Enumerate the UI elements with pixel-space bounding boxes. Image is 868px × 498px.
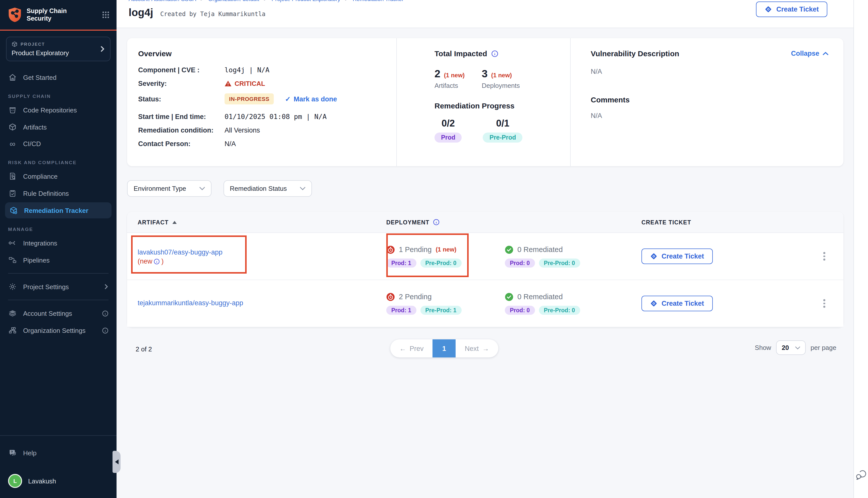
vulnerability-description-value: N/A xyxy=(591,68,828,75)
create-ticket-button-row[interactable]: Create Ticket xyxy=(642,249,713,264)
artifact-link[interactable]: tejakummarikuntla/easy-buggy-app xyxy=(138,299,243,309)
sidebar-item-get-started[interactable]: Get Started xyxy=(0,69,117,86)
remediation-status-filter[interactable]: Remediation Status xyxy=(223,180,312,197)
impact-column: Total Impacted 2 (1 new) Artifa xyxy=(396,38,570,166)
pagination: 2 of 2 ← Prev 1 Next → Show 20 xyxy=(127,339,843,362)
pending-icon xyxy=(386,292,395,301)
sidebar-item-help[interactable]: ? Help xyxy=(0,445,117,461)
create-ticket-button-row[interactable]: Create Ticket xyxy=(642,296,713,311)
remediated-cell: 0 Remediated Prod: 0 Pre-Prod: 0 xyxy=(505,245,642,267)
project-selector[interactable]: PROJECT Product Exploratory xyxy=(6,37,111,61)
chevron-down-icon xyxy=(795,346,800,349)
jira-diamond-icon xyxy=(650,252,658,260)
contact-label: Contact Person: xyxy=(138,140,218,148)
sidebar-collapse-handle[interactable] xyxy=(113,451,120,473)
sidebar-nav: Get Started SUPPLY CHAIN </> Code Reposi… xyxy=(0,69,117,338)
current-page-button[interactable]: 1 xyxy=(433,339,456,357)
brand-accent-rule xyxy=(0,30,117,31)
sidebar-item-integrations[interactable]: Integrations xyxy=(0,235,117,251)
project-name: Product Exploratory xyxy=(12,49,101,57)
remediated-count: 0 Remediated xyxy=(517,246,563,253)
page-title: log4j xyxy=(129,6,153,18)
preprod-progress-value: 0/1 xyxy=(496,118,509,129)
breadcrumb-project[interactable]: Project: Product Exploratory xyxy=(272,0,340,2)
details-column: Vulnerability Description Collapse N/A C… xyxy=(570,38,843,166)
deployments-count: 3 xyxy=(482,68,488,80)
table-row: tejakummarikuntla/easy-buggy-app xyxy=(127,280,843,327)
time-label: Start time | End time: xyxy=(138,113,218,120)
chevron-up-icon xyxy=(823,52,828,55)
info-icon[interactable] xyxy=(154,258,160,264)
svg-text:?: ? xyxy=(11,450,13,454)
preprod-count-badge: Pre-Prod: 0 xyxy=(420,258,462,267)
remediated-check-icon xyxy=(505,245,513,254)
environment-type-filter[interactable]: Environment Type xyxy=(127,180,211,197)
pending-icon xyxy=(386,245,395,254)
artifacts-count: 2 xyxy=(435,68,440,80)
support-chat-icon[interactable] xyxy=(855,469,867,481)
sidebar-item-compliance[interactable]: Compliance xyxy=(0,168,117,184)
status-badge: IN-PROGRESS xyxy=(224,93,274,104)
breadcrumb-separator: > xyxy=(264,0,267,2)
shield-logo-icon xyxy=(8,7,22,23)
info-icon[interactable] xyxy=(433,219,440,225)
nav-section-supply-chain: SUPPLY CHAIN xyxy=(0,86,117,101)
sidebar-item-cicd[interactable]: ∞ CI/CD xyxy=(0,136,117,152)
table-row: lavakush07/easy-buggy-app (new ) xyxy=(127,233,843,280)
prev-page-button[interactable]: ← Prev xyxy=(390,339,433,357)
comments-heading: Comments xyxy=(591,95,828,104)
artifacts-label: Artifacts xyxy=(435,82,465,89)
table-header-row: ARTIFACT DEPLOYMENT CREATE TICKET xyxy=(127,212,843,233)
comments-value: N/A xyxy=(591,112,828,119)
integrations-icon xyxy=(8,239,17,247)
info-icon[interactable] xyxy=(491,50,498,57)
chevron-right-icon xyxy=(104,284,108,290)
show-label: Show xyxy=(755,344,771,351)
remediation-progress-heading: Remediation Progress xyxy=(435,101,570,110)
content: Overview Component | CVE : log4j | N/A S… xyxy=(117,28,853,498)
chevron-down-icon xyxy=(300,187,306,190)
breadcrumb-organization[interactable]: Organization: default xyxy=(208,0,259,2)
overview-heading: Overview xyxy=(138,49,396,58)
sidebar-item-project-settings[interactable]: Project Settings xyxy=(0,279,117,295)
breadcrumb-account[interactable]: Account: Automation-SSCA xyxy=(129,0,196,2)
row-menu-kebab-icon[interactable] xyxy=(819,300,829,308)
next-page-button[interactable]: Next → xyxy=(456,339,498,357)
sidebar-item-artifacts[interactable]: Artifacts xyxy=(0,119,117,135)
org-chart-gear-icon xyxy=(8,326,17,335)
artifact-link[interactable]: lavakush07/easy-buggy-app xyxy=(138,248,222,258)
deployments-label: Deployments xyxy=(482,82,520,89)
overview-column: Overview Component | CVE : log4j | N/A S… xyxy=(127,38,396,166)
sidebar-item-organization-settings[interactable]: Organization Settings xyxy=(0,322,117,338)
column-header-deployment: DEPLOYMENT xyxy=(386,219,505,225)
sidebar-item-remediation-tracker[interactable]: Remediation Tracker xyxy=(5,202,112,218)
nav-section-risk: RISK AND COMPLIANCE xyxy=(0,153,117,167)
collapse-link[interactable]: Collapse xyxy=(791,50,828,57)
user-menu[interactable]: L Lavakush xyxy=(0,470,117,492)
brand-title: Supply ChainSecurity xyxy=(27,7,97,22)
severity-value: CRITICAL xyxy=(224,80,396,87)
sidebar-item-code-repositories[interactable]: </> Code Repositories xyxy=(0,102,117,118)
status-label: Status: xyxy=(138,95,218,103)
create-ticket-button-top[interactable]: Create Ticket xyxy=(756,1,827,17)
pager: ← Prev 1 Next → xyxy=(390,339,498,357)
jira-diamond-icon xyxy=(765,5,772,13)
avatar: L xyxy=(8,474,22,488)
contact-value: N/A xyxy=(224,140,396,148)
sidebar-item-pipelines[interactable]: Pipelines xyxy=(0,252,117,268)
cube-icon xyxy=(8,123,17,131)
breadcrumb-current[interactable]: Remediation Tracker xyxy=(353,0,404,2)
sidebar-item-account-settings[interactable]: Account Settings xyxy=(0,305,117,321)
sidebar-item-rule-definitions[interactable]: Rule Definitions xyxy=(0,185,117,201)
document-search-icon xyxy=(8,172,17,180)
help-chat-icon: ? xyxy=(8,449,17,457)
prod-count-badge: Prod: 1 xyxy=(386,258,416,267)
check-icon: ✓ xyxy=(285,95,291,103)
page-size-select[interactable]: 20 xyxy=(776,340,805,355)
arrow-left-icon: ← xyxy=(399,345,406,352)
row-menu-kebab-icon[interactable] xyxy=(819,252,829,261)
app-grid-icon[interactable] xyxy=(102,11,109,18)
column-header-artifact[interactable]: ARTIFACT xyxy=(138,219,386,225)
progress-prod: 0/2 Prod xyxy=(435,118,462,143)
mark-as-done-link[interactable]: ✓ Mark as done xyxy=(285,95,337,103)
